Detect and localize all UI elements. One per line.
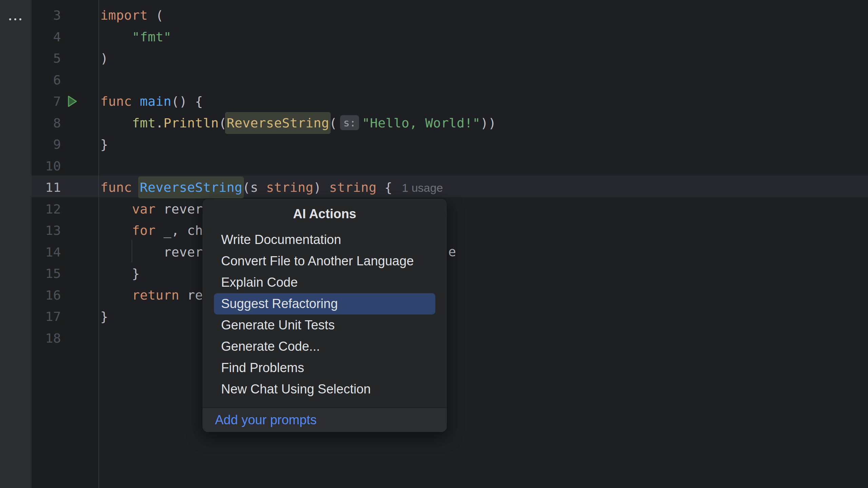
code-token [100, 223, 132, 238]
code-token: return [132, 288, 179, 303]
menu-item-suggest-refactoring[interactable]: Suggest Refactoring [214, 293, 435, 314]
code-token: )) [480, 116, 496, 130]
code-token [100, 202, 132, 217]
code-token: for [132, 223, 156, 238]
code-token: } [100, 137, 108, 152]
line-number: 3 [0, 4, 61, 26]
code-line-10: 10 [0, 155, 868, 177]
popup-menu: Write DocumentationConvert File to Anoth… [202, 229, 447, 400]
code-token [100, 116, 132, 130]
ai-actions-popup: AI Actions Write DocumentationConvert Fi… [202, 199, 447, 432]
line-number: 15 [0, 263, 61, 284]
code-text: import ( [100, 4, 163, 26]
line-number: 18 [0, 327, 61, 349]
line-number: 5 [0, 47, 61, 69]
code-token: } [100, 266, 140, 281]
code-token [100, 288, 132, 303]
code-token: rever [156, 202, 203, 217]
code-text: rever [100, 241, 203, 263]
code-token: } [100, 309, 108, 324]
menu-item-generate-code[interactable]: Generate Code... [214, 336, 435, 357]
line-number: 4 [0, 26, 61, 48]
code-token: string [266, 180, 314, 195]
line-number: 14 [0, 241, 61, 263]
line-number: 7 [0, 90, 61, 112]
code-text: func main() { [100, 90, 203, 112]
code-token: rever [100, 245, 203, 260]
code-token: re [179, 288, 203, 303]
code-token: string [329, 180, 377, 195]
code-overflow-char: e [448, 241, 456, 263]
code-line-6: 6 [0, 69, 868, 91]
code-token: import [100, 8, 148, 23]
menu-item-write-documentation[interactable]: Write Documentation [214, 229, 435, 250]
code-token: { [377, 180, 393, 195]
code-line-3: 3import ( [0, 4, 868, 26]
menu-item-explain-code[interactable]: Explain Code [214, 272, 435, 293]
code-token: _, ch [156, 223, 203, 238]
code-token: var [132, 202, 156, 217]
code-token: main [140, 94, 171, 109]
line-number: 6 [0, 69, 61, 91]
line-number: 11 [0, 177, 61, 198]
code-token: func [100, 94, 132, 109]
code-line-8: 8 fmt.Println(ReverseString(s:"Hello, Wo… [0, 112, 868, 134]
code-text: for _, ch [100, 220, 203, 241]
menu-item-find-problems[interactable]: Find Problems [214, 357, 435, 379]
code-line-9: 9} [0, 134, 868, 155]
code-text: ) [100, 47, 108, 69]
line-number: 13 [0, 220, 61, 241]
code-token: func [100, 180, 132, 195]
code-token: () { [172, 94, 203, 109]
code-token: ) [100, 51, 108, 66]
code-token: "fmt" [132, 29, 171, 44]
code-text: } [100, 263, 140, 284]
code-line-11: 11func ReverseString(s string) string {1… [0, 177, 868, 198]
line-number: 12 [0, 198, 61, 220]
code-token: Println [163, 116, 219, 130]
code-token: ( [329, 116, 337, 130]
code-token [100, 29, 132, 44]
parameter-inlay-hint: s: [340, 115, 359, 130]
code-token: . [156, 116, 163, 130]
code-token: ) [314, 180, 330, 195]
code-line-4: 4 "fmt" [0, 26, 868, 48]
menu-item-new-chat-using-selection[interactable]: New Chat Using Selection [214, 379, 435, 400]
popup-footer: Add your prompts [202, 407, 447, 432]
code-text: } [100, 134, 108, 155]
code-token: "Hello, World!" [362, 116, 480, 130]
code-token: ( [148, 8, 164, 23]
code-text: func ReverseString(s string) string {1 u… [100, 177, 443, 199]
menu-item-convert-file-to-another-language[interactable]: Convert File to Another Language [214, 250, 435, 272]
highlighted-identifier: ReverseString [225, 113, 330, 134]
code-text: var rever [100, 198, 203, 220]
popup-title: AI Actions [202, 199, 447, 229]
add-your-prompts-link[interactable]: Add your prompts [215, 413, 317, 427]
menu-item-generate-unit-tests[interactable]: Generate Unit Tests [214, 314, 435, 336]
gutter-separator [98, 0, 99, 488]
line-number: 16 [0, 284, 61, 306]
line-number: 8 [0, 112, 61, 134]
code-text: } [100, 306, 108, 327]
code-token [132, 94, 140, 109]
run-icon[interactable] [66, 95, 78, 108]
line-number: 10 [0, 155, 61, 177]
code-line-7: 7func main() { [0, 90, 868, 112]
code-line-5: 5) [0, 47, 868, 69]
code-text: fmt.Println(ReverseString(s:"Hello, Worl… [100, 112, 496, 134]
line-number: 9 [0, 134, 61, 155]
usages-hint[interactable]: 1 usage [402, 181, 443, 194]
ide-window: 3import (4 "fmt"5)67func main() {8 fmt.P… [0, 0, 868, 488]
code-text: return re [100, 284, 203, 306]
code-text: "fmt" [100, 26, 172, 48]
highlighted-identifier: ReverseString [139, 177, 243, 198]
line-number: 17 [0, 306, 61, 327]
code-token: (s [242, 180, 266, 195]
code-token: fmt [132, 116, 156, 130]
